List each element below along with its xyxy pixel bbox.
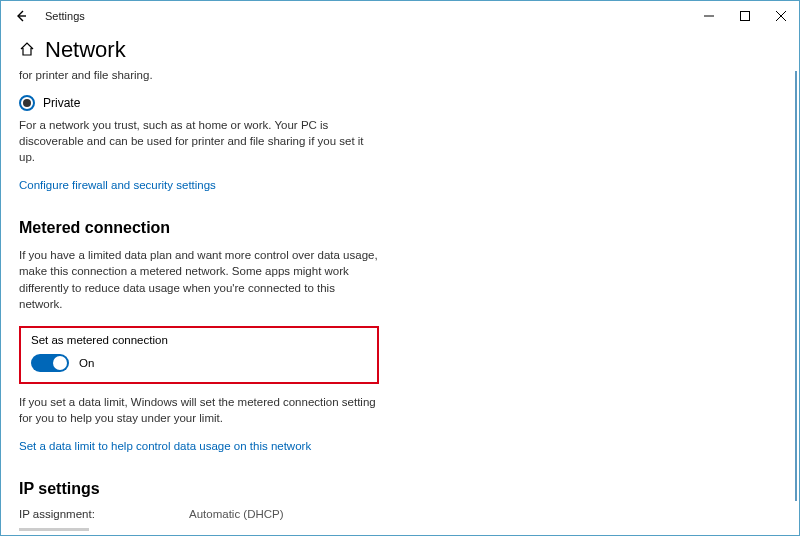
profile-desc: For a network you trust, such as at home…: [19, 117, 379, 165]
titlebar: Settings: [1, 1, 799, 31]
home-icon: [19, 41, 35, 60]
maximize-button[interactable]: [727, 2, 763, 30]
metered-toggle[interactable]: [31, 354, 69, 372]
intro-text: for printer and file sharing.: [19, 67, 379, 83]
page-title: Network: [45, 37, 126, 63]
scrollbar[interactable]: [795, 71, 797, 501]
radio-label: Private: [43, 96, 80, 110]
limit-desc: If you set a data limit, Windows will se…: [19, 394, 379, 426]
back-button[interactable]: [1, 1, 41, 31]
metered-toggle-state: On: [79, 357, 94, 369]
ip-title: IP settings: [19, 480, 781, 498]
back-arrow-icon: [14, 9, 28, 23]
minimize-icon: [704, 11, 714, 21]
ip-assignment-label: IP assignment:: [19, 508, 189, 520]
metered-title: Metered connection: [19, 219, 781, 237]
metered-desc: If you have a limited data plan and want…: [19, 247, 379, 311]
ip-assignment-row: IP assignment: Automatic (DHCP): [19, 508, 781, 520]
profile-private-radio[interactable]: Private: [19, 95, 781, 111]
maximize-icon: [740, 11, 750, 21]
edit-button[interactable]: Edit: [19, 528, 89, 531]
ip-assignment-value: Automatic (DHCP): [189, 508, 284, 520]
metered-toggle-label: Set as metered connection: [31, 334, 367, 346]
data-limit-link[interactable]: Set a data limit to help control data us…: [19, 440, 781, 452]
highlight-box: Set as metered connection On: [19, 326, 379, 384]
svg-rect-2: [741, 12, 750, 21]
content-area: Network for printer and file sharing. Pr…: [1, 31, 799, 531]
firewall-link[interactable]: Configure firewall and security settings: [19, 179, 781, 191]
radio-icon: [19, 95, 35, 111]
close-button[interactable]: [763, 2, 799, 30]
minimize-button[interactable]: [691, 2, 727, 30]
window-title: Settings: [41, 10, 85, 22]
toggle-knob-icon: [53, 356, 67, 370]
close-icon: [776, 11, 786, 21]
